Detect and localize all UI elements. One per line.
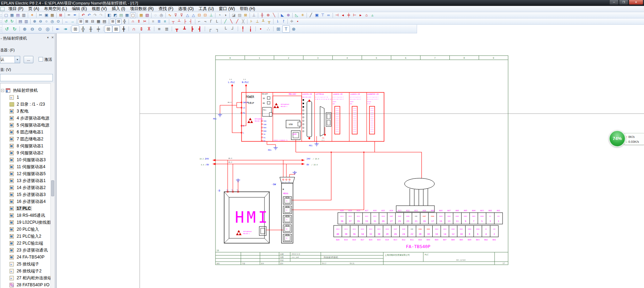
tee-right-icon[interactable]: ┣ [188,25,196,33]
tree-item-page-27[interactable]: ✳27 柜内柜外连接端子 [0,274,51,281]
junction-dot-icon[interactable]: • [295,19,301,24]
tree-item-page-9[interactable]: 9 伺服驱动器2 [0,149,51,156]
grid-c-icon[interactable]: ╫ [87,25,95,33]
editor-view-icon[interactable]: ▢ [130,13,136,18]
tree-item-page-3[interactable]: 3 配电 [0,108,51,115]
insert-window-icon[interactable]: ⊞ [275,25,282,33]
insert-text-box-icon[interactable]: T [282,25,290,33]
tree-item-page-4[interactable]: 4 步进驱动器电源 [0,115,51,122]
rise-wire-icon[interactable]: ↾ [280,19,286,24]
tree-item-page-21[interactable]: 21 PLC输入2 [0,233,51,240]
plug-symbol-icon[interactable]: ⌂ [364,13,369,18]
network-switch[interactable]: -SW V+V-PE ⊗ MOXA 12345 [271,177,295,243]
t-node-left-icon[interactable]: ┤ [188,19,194,24]
value-input[interactable] [0,74,53,81]
tree-item-page-18[interactable]: 18 RS-485通讯 [0,212,51,219]
junction-purple-icon[interactable]: ⊕ [285,13,291,18]
page-forward-icon[interactable]: → [70,19,75,24]
layers-icon[interactable]: ≡ [155,25,163,33]
t-node-right-icon[interactable]: ├ [182,19,188,24]
wire-grid-icon[interactable]: ╫ [259,13,265,18]
page-check-icon[interactable]: ▤ [118,13,124,18]
tree-item-page-6[interactable]: 6 固态继电器1 [0,129,51,135]
tree-item-page-19[interactable]: 19 L02CPU接线图 [0,219,51,226]
tree-scrollbar-thumb[interactable] [51,180,54,196]
tree-item-page-25[interactable]: ✳25 接线端子 [0,261,51,268]
panel-dock-icon[interactable]: ▾ [47,36,49,39]
snap-on-icon[interactable]: ⊞ [105,25,112,33]
half-fill-icon[interactable]: ◪ [231,13,237,18]
tree-scrollbar[interactable] [50,83,55,288]
navigator-table-icon[interactable]: ▦ [138,13,144,18]
device-down-2-icon[interactable]: ⊽ [179,13,185,18]
angle-tool-icon[interactable]: ◺ [294,13,300,18]
undo-red-icon[interactable]: ↶ [80,13,86,18]
format-brush-icon[interactable]: ✒ [66,13,72,18]
diag-wire-2-icon[interactable]: ╲ [228,19,234,24]
tree-item-page-23[interactable]: 23 步进驱动通讯 [0,247,51,254]
tree-item-page-26[interactable]: ✳26 接线端子2 [0,268,51,274]
page-next-doc-icon[interactable]: ▥ [23,19,29,24]
grid-on-icon[interactable]: ⊞ [72,25,79,33]
tree-item-page-15[interactable]: 15 步进驱动器3 [0,191,51,198]
tree-item-page-12[interactable]: 12 伺服驱动器5 [0,170,51,177]
first-page-icon[interactable]: ↞ [54,25,62,33]
snap-object-icon[interactable]: ⊠ [116,19,122,24]
redo-icon[interactable]: ↷ [92,13,98,18]
grid-align-icon[interactable]: ╬ [122,19,128,24]
tee-down-icon[interactable]: ┳ [173,25,181,33]
menu-item[interactable]: 插入 (I) [109,5,128,13]
tree-item-page-17[interactable]: 17 PLC [0,205,51,212]
minimize-button[interactable]: ─ [609,0,619,5]
layer-multi-icon[interactable]: ≣ [163,25,171,33]
delete-icon[interactable]: ⊠ [58,13,64,18]
drop-wire-icon[interactable]: ⇂ [275,19,280,24]
schematic-canvas[interactable]: 0123456789 15 POWER L61P INPUTLGFGNL MIT… [57,33,644,288]
print-icon[interactable]: ▥ [21,13,27,18]
align-dist-icon[interactable]: ≡ [162,19,168,24]
redo-2-icon[interactable]: ↷ [98,13,104,18]
tree-item-page-11[interactable]: 11 伺服驱动器4 [0,163,51,170]
scatter-tool-icon[interactable]: ∴ [264,25,272,33]
tree-item-page-24[interactable]: 24 FA-TBS40P [0,254,51,261]
wire-node-icon[interactable]: ⊕ [265,13,271,18]
menu-item[interactable]: 查找 (F) [156,5,176,13]
zoom-in-2-icon[interactable]: ⊕ [21,25,28,33]
corner-tool-icon[interactable]: ◣ [279,13,285,18]
t-node-up-icon[interactable]: ┴ [176,19,182,24]
zoom-window-icon[interactable]: ○ [43,19,49,24]
tree-item-page-8[interactable]: 8 伺服驱动器1 [0,142,51,149]
length-tool-icon[interactable]: ⇕ [138,25,145,33]
tree-item-page-2[interactable]: 2 目录 : /1 - /23 [0,101,51,108]
last-page-icon[interactable]: ↠ [62,25,69,33]
grid-1-icon[interactable]: ⊞ [78,19,84,24]
invert-node-icon[interactable]: ⊼ [145,25,153,33]
tree-item-page-7[interactable]: 7 固态继电器2 [0,135,51,142]
potential-tool-icon[interactable]: ▵ [369,13,375,18]
wire-cut-icon[interactable]: ✂ [142,19,148,24]
grid-b-icon[interactable]: ╬ [79,25,87,33]
ground-symbol-icon[interactable]: ⊥ [208,13,214,18]
corner-se-icon[interactable]: Γ [208,19,214,24]
diag-wire-4-icon[interactable]: ╳ [240,19,246,24]
page-prev-doc-icon[interactable]: ▤ [17,19,23,24]
tree-root-project[interactable]: −热辐射焊接机 [0,87,51,94]
tree-item-page-1[interactable]: ✳1 [0,94,51,101]
regenerate-icon[interactable]: ↻ [9,19,15,24]
wire-diagonal-icon[interactable]: ╲ [271,13,277,18]
rectangle-tool-icon[interactable]: ▣ [314,13,320,18]
selection-gear-icon[interactable]: ◎ [158,13,164,18]
terminal-left-icon[interactable]: ⊣ [334,13,340,18]
tree-item-page-13[interactable]: 13 步进驱动器1 [0,177,51,184]
corner-d-icon[interactable]: ┘ [229,25,237,33]
zoom-out-2-icon[interactable]: ⊖ [28,25,36,33]
pin-4-icon[interactable]: ╥ [266,19,272,24]
toolbar-grip[interactable] [0,12,2,18]
corner-ne-icon[interactable]: ⌐ [196,19,202,24]
align-lines-icon[interactable]: ≡ [150,19,156,24]
grid-d-icon[interactable]: ╪ [95,25,102,33]
zoom-entire-icon[interactable]: ◎ [49,19,55,24]
star-select-icon[interactable]: ⊠ [243,13,248,18]
potential-up-icon[interactable]: ╿ [239,25,247,33]
new-page-icon[interactable]: ▢ [3,13,9,18]
